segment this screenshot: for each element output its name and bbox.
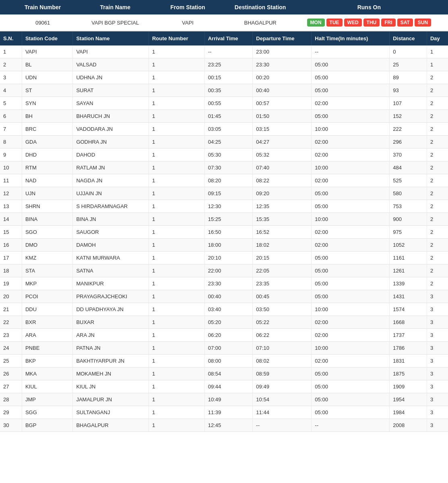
table-cell: 00:35 [204,84,253,97]
table-cell: 2 [427,123,448,136]
table-cell: 08:02 [253,355,312,367]
table-cell: 2 [427,110,448,123]
table-cell: 3 [427,406,448,419]
table-cell: DAHOD [73,149,149,161]
table-row: 19MKPMANIKPUR123:3023:3505:0013392 [0,277,448,290]
table-cell: 1 [427,45,448,58]
table-row: 2BLVALSAD123:2523:3005:00251 [0,58,448,71]
table-cell: 2 [427,239,448,252]
table-cell: BKP [22,355,72,367]
table-row: 7BRCVADODARA JN103:0503:1510:002222 [0,123,448,136]
table-cell: SURAT [73,84,149,97]
table-cell: 05:22 [253,316,312,329]
table-cell: 17 [0,252,22,264]
table-cell: -- [312,419,390,432]
table-cell: 3 [427,419,448,432]
train-name-value: VAPI BGP SPECIAL [79,20,151,26]
table-cell: UJJAIN JN [73,187,149,200]
table-row: 12UJNUJJAIN JN109:1509:2005:005802 [0,187,448,200]
table-cell: 1668 [390,316,427,329]
table-cell: DDU [22,303,72,316]
table-row: 3UDNUDHNA JN100:1500:2005:00892 [0,71,448,84]
table-cell: 22:00 [204,264,253,277]
table-cell: 1 [149,213,204,226]
table-cell: 11:39 [204,406,253,419]
table-cell: KIUL [22,380,72,393]
table-cell: 1 [0,45,22,58]
table-cell: MKP [22,277,72,290]
table-cell: 484 [390,161,427,174]
table-cell: 00:20 [253,71,312,84]
table-cell: 2 [427,226,448,239]
table-row: 27KIULKIUL JN109:4409:4905:0019093 [0,380,448,393]
table-cell: BHARUCH JN [73,110,149,123]
table-cell: 1909 [390,380,427,393]
table-cell: 08:59 [253,367,312,380]
table-cell: 05:00 [312,393,390,406]
th-station-code: Station Code [22,31,72,45]
table-cell: 3 [0,71,22,84]
table-cell: RTM [22,161,72,174]
table-cell: BINA [22,213,72,226]
table-cell: 1 [149,97,204,110]
table-cell: 1 [149,290,204,303]
table-cell: 2 [427,174,448,187]
table-row: 14BINABINA JN115:2515:3510:009002 [0,213,448,226]
table-cell: 05:00 [312,290,390,303]
table-cell: -- [312,45,390,58]
table-cell: 02:00 [312,316,390,329]
table-cell: 1 [149,355,204,367]
table-cell: 15:35 [253,213,312,226]
table-cell: 1052 [390,239,427,252]
table-cell: 05:00 [312,84,390,97]
table-cell: 1831 [390,355,427,367]
table-cell: 16:50 [204,226,253,239]
table-cell: 07:10 [253,342,312,355]
table-cell: S HIRDARAMNAGAR [73,200,149,213]
table-cell: VAPI [22,45,72,58]
day-badge-fri: FRI [381,19,395,27]
table-cell: 23:35 [253,277,312,290]
table-cell: 05:00 [312,110,390,123]
train-number-value: 09061 [6,20,79,26]
table-cell: 1737 [390,329,427,342]
table-row: 25BKPBAKHTIYARPUR JN108:0008:0202:001831… [0,355,448,367]
table-row: 18STASATNA122:0022:0505:0012612 [0,264,448,277]
table-cell: 02:00 [312,355,390,367]
table-cell: 12:45 [204,419,253,432]
table-cell: 16 [0,239,22,252]
table-cell: 15:25 [204,213,253,226]
table-cell: 3 [427,355,448,367]
th-distance: Distance [390,31,427,45]
table-cell: VALSAD [73,58,149,71]
table-cell: DAMOH [73,239,149,252]
table-cell: RATLAM JN [73,161,149,174]
runs-on-days: MON TUE WED THU FRI SAT SUN [297,19,442,27]
col-from-station: From Station [151,4,224,10]
table-cell: 89 [390,71,427,84]
table-cell: 9 [0,149,22,161]
table-cell: 900 [390,213,427,226]
table-cell: 06:20 [204,329,253,342]
table-cell: MKA [22,367,72,380]
table-cell: BINA JN [73,213,149,226]
table-cell: SATNA [73,264,149,277]
table-cell: 1 [149,226,204,239]
table-cell: 18 [0,264,22,277]
table-cell: 03:05 [204,123,253,136]
day-badge-sat: SAT [397,19,413,27]
table-row: 21DDUDD UPADHYAYA JN103:4003:5010:001574… [0,303,448,316]
day-badge-wed: WED [344,19,362,27]
table-cell: 01:45 [204,110,253,123]
table-cell: 23 [0,329,22,342]
table-cell: 28 [0,393,22,406]
table-cell: 5 [0,97,22,110]
table-cell: 2 [0,58,22,71]
table-cell: 93 [390,84,427,97]
table-cell: 1 [149,264,204,277]
table-cell: 22:05 [253,264,312,277]
table-cell: 1574 [390,303,427,316]
table-cell: 1 [149,380,204,393]
table-cell: BGP [22,419,72,432]
table-cell: BAKHTIYARPUR JN [73,355,149,367]
